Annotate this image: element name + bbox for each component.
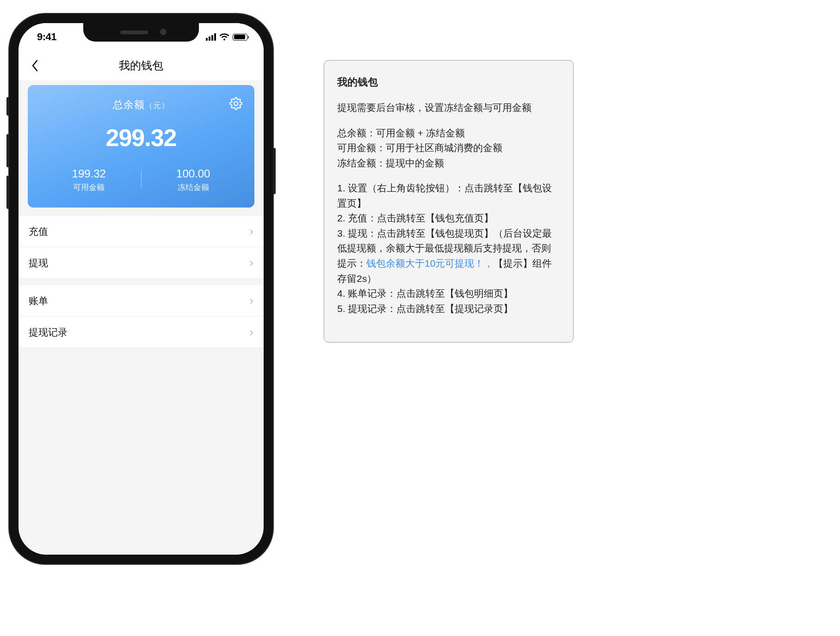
chevron-right-icon: › (249, 224, 253, 238)
annotation-item: 5. 提现记录：点击跳转至【提现记录页】 (337, 301, 560, 317)
page-title: 我的钱包 (28, 58, 254, 73)
settings-button[interactable] (229, 97, 243, 111)
balance-title-text: 总余额 (113, 99, 145, 110)
available-value: 199.32 (37, 167, 141, 180)
list-group-records: 账单 › 提现记录 › (19, 285, 264, 348)
list-item-label: 提现 (29, 257, 48, 269)
annotation-item: 4. 账单记录：点击跳转至【钱包明细页】 (337, 286, 560, 301)
annotation-def: 总余额：可用金额 + 冻结金额 (337, 126, 560, 141)
balance-amount: 299.32 (37, 124, 245, 152)
list-item-withdraw[interactable]: 提现 › (19, 247, 264, 279)
phone-mock: 9:41 我的钱包 总 (9, 9, 287, 564)
available-balance: 199.32 可用金额 (37, 167, 141, 193)
app-content: 总余额（元） 299.32 199.32 可用金额 (19, 80, 264, 348)
list-item-label: 提现记录 (29, 326, 68, 339)
phone-notch (83, 23, 199, 42)
phone-side-button (273, 148, 276, 194)
annotation-def: 冻结金额：提现中的金额 (337, 156, 560, 171)
list-item-label: 充值 (29, 225, 48, 238)
annotation-item: 2. 充值：点击跳转至【钱包充值页】 (337, 211, 560, 226)
signal-icon (206, 33, 216, 41)
annotation-list: 1. 设置（右上角齿轮按钮）：点击跳转至【钱包设置页】 2. 充值：点击跳转至【… (337, 181, 560, 316)
annotation-definitions: 总余额：可用金额 + 冻结金额 可用金额：可用于社区商城消费的金额 冻结金额：提… (337, 126, 560, 171)
list-item-recharge[interactable]: 充值 › (19, 216, 264, 247)
annotation-item-3: 3. 提现：点击跳转至【钱包提现页】（后台设定最低提现额，余额大于最低提现额后支… (337, 226, 560, 286)
nav-header: 我的钱包 (19, 51, 264, 80)
status-time: 9:41 (37, 31, 56, 43)
gear-icon (229, 97, 242, 110)
list-item-withdraw-record[interactable]: 提现记录 › (19, 317, 264, 348)
phone-screen: 9:41 我的钱包 总 (19, 23, 264, 555)
balance-title: 总余额（元） (113, 98, 170, 112)
list-item-bills[interactable]: 账单 › (19, 285, 264, 317)
annotation-item: 1. 设置（右上角齿轮按钮）：点击跳转至【钱包设置页】 (337, 181, 560, 211)
balance-card: 总余额（元） 299.32 199.32 可用金额 (28, 85, 254, 208)
annotation-def: 可用金额：可用于社区商城消费的金额 (337, 141, 560, 156)
chevron-right-icon: › (249, 325, 253, 339)
annotation-intro: 提现需要后台审核，设置冻结金额与可用金额 (337, 100, 560, 116)
battery-icon (233, 34, 247, 41)
chevron-right-icon: › (249, 294, 253, 308)
annotation-item3-highlight: 钱包余额大于10元可提现！， (366, 258, 494, 269)
balance-breakdown: 199.32 可用金额 100.00 冻结金额 (37, 167, 245, 193)
phone-side-button (6, 97, 9, 116)
phone-side-button (6, 134, 9, 167)
phone-side-button (6, 176, 9, 209)
phone-frame: 9:41 我的钱包 总 (9, 14, 273, 564)
back-button[interactable] (28, 58, 43, 73)
annotation-panel: 我的钱包 提现需要后台审核，设置冻结金额与可用金额 总余额：可用金额 + 冻结金… (324, 60, 574, 342)
list-group-actions: 充值 › 提现 › (19, 216, 264, 279)
wifi-icon (219, 33, 229, 41)
chevron-right-icon: › (249, 256, 253, 270)
frozen-balance: 100.00 冻结金额 (142, 167, 246, 193)
available-label: 可用金额 (37, 182, 141, 193)
balance-unit: （元） (145, 101, 170, 110)
section-gap (19, 279, 264, 285)
frozen-label: 冻结金额 (142, 182, 246, 193)
status-indicators (206, 33, 247, 41)
chevron-left-icon (31, 60, 39, 72)
frozen-value: 100.00 (142, 167, 246, 180)
list-item-label: 账单 (29, 294, 48, 307)
annotation-title: 我的钱包 (337, 74, 560, 90)
